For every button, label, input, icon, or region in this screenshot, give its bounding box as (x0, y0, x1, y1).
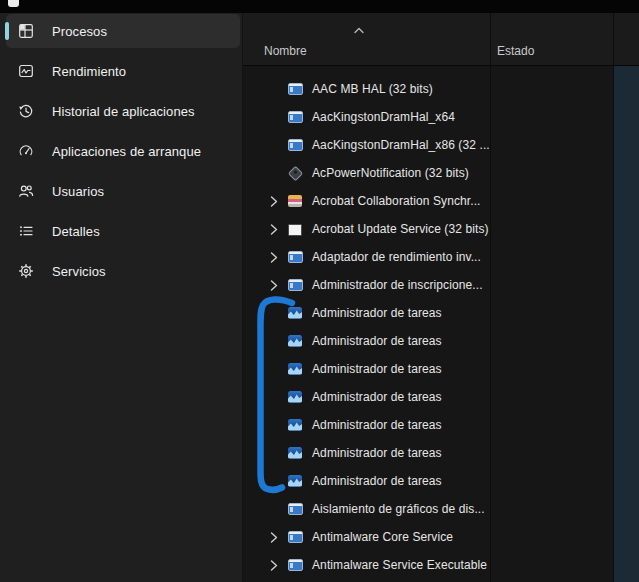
expand-chevron-icon[interactable] (267, 280, 288, 291)
default-app-icon (288, 277, 304, 293)
default-app-icon (288, 529, 304, 545)
sidebar-item-label: Detalles (52, 224, 100, 239)
task-manager-icon (288, 305, 304, 321)
sidebar-item-label: Usuarios (52, 184, 104, 199)
sort-ascending-icon (353, 20, 365, 38)
process-name: Administrador de inscripcione... (312, 278, 483, 292)
expand-chevron-icon[interactable] (267, 224, 288, 235)
column-header-estado[interactable]: Estado (497, 44, 534, 58)
process-list: AAC MB HAL (32 bits) AacKingstonDramHal_… (243, 66, 639, 582)
sidebar-item-label: Rendimiento (52, 64, 126, 79)
table-row[interactable]: Administrador de tareas (243, 299, 639, 327)
process-name: Administrador de tareas (312, 390, 442, 404)
sidebar-item-historial-de-aplicaciones[interactable]: Historial de aplicaciones (6, 94, 240, 128)
process-name: Administrador de tareas (312, 446, 442, 460)
expand-chevron-icon[interactable] (267, 168, 288, 179)
process-name: AAC MB HAL (32 bits) (312, 82, 433, 96)
startup-apps-icon (18, 143, 34, 159)
window-top-strip (0, 0, 639, 13)
expand-chevron-icon[interactable] (267, 196, 288, 207)
power-notification-icon (288, 165, 304, 181)
table-row[interactable]: Administrador de tareas (243, 439, 639, 467)
default-app-icon (288, 81, 304, 97)
column-divider[interactable] (490, 13, 491, 582)
processes-icon (18, 23, 34, 39)
process-name: Administrador de tareas (312, 334, 442, 348)
expand-chevron-icon[interactable] (267, 140, 288, 151)
process-name: Administrador de tareas (312, 418, 442, 432)
process-name: AcPowerNotification (32 bits) (312, 166, 469, 180)
navigation-sidebar: Procesos Rendimiento Historial de aplica… (0, 13, 243, 582)
table-row[interactable]: Administrador de tareas (243, 411, 639, 439)
app-history-icon (18, 103, 34, 119)
task-manager-icon (288, 333, 304, 349)
expand-chevron-icon[interactable] (267, 84, 288, 95)
sidebar-item-detalles[interactable]: Detalles (6, 214, 240, 248)
sidebar-item-usuarios[interactable]: Usuarios (6, 174, 240, 208)
services-icon (18, 263, 34, 279)
default-app-icon (288, 501, 304, 517)
table-row[interactable]: AcPowerNotification (32 bits) (243, 159, 639, 187)
table-row[interactable]: Administrador de tareas (243, 327, 639, 355)
expand-chevron-icon[interactable] (267, 532, 288, 543)
cropped-titlebar-icon (8, 0, 19, 7)
expand-chevron-icon[interactable] (267, 112, 288, 123)
process-name: Administrador de tareas (312, 362, 442, 376)
sidebar-item-label: Aplicaciones de arranque (52, 144, 201, 159)
task-manager-icon (288, 417, 304, 433)
expand-chevron-icon[interactable] (267, 392, 288, 403)
process-name: Antimalware Service Executable (312, 558, 487, 572)
expand-chevron-icon[interactable] (267, 252, 288, 263)
process-name: Acrobat Collaboration Synchr... (312, 194, 481, 208)
process-name: AacKingstonDramHal_x64 (312, 110, 455, 124)
sidebar-item-rendimiento[interactable]: Rendimiento (6, 54, 240, 88)
table-row[interactable]: Antimalware Service Executable (243, 551, 639, 579)
expand-chevron-icon[interactable] (267, 448, 288, 459)
sidebar-item-label: Procesos (52, 24, 107, 39)
table-row[interactable]: Aislamiento de gráficos de dis... (243, 495, 639, 523)
column-divider[interactable] (613, 13, 614, 582)
acrobat-collab-icon (288, 193, 304, 209)
sidebar-item-label: Servicios (52, 264, 106, 279)
users-icon (18, 183, 34, 199)
process-name: Antimalware Core Service (312, 530, 453, 544)
default-app-icon (288, 137, 304, 153)
task-manager-icon (288, 361, 304, 377)
table-header: Nombre Estado (243, 13, 639, 66)
expand-chevron-icon[interactable] (267, 336, 288, 347)
sidebar-item-aplicaciones-de-arranque[interactable]: Aplicaciones de arranque (6, 134, 240, 168)
table-row[interactable]: Acrobat Collaboration Synchr... (243, 187, 639, 215)
table-row[interactable]: AacKingstonDramHal_x64 (243, 103, 639, 131)
task-manager-window: Procesos Rendimiento Historial de aplica… (0, 0, 639, 582)
task-manager-icon (288, 389, 304, 405)
table-row[interactable]: Administrador de tareas (243, 467, 639, 495)
expand-chevron-icon[interactable] (267, 364, 288, 375)
sidebar-item-servicios[interactable]: Servicios (6, 254, 240, 288)
selected-accent-pill (5, 22, 9, 40)
process-name: Aislamiento de gráficos de dis... (312, 502, 485, 516)
process-name: Administrador de tareas (312, 306, 442, 320)
table-row[interactable]: Administrador de tareas (243, 355, 639, 383)
process-name: Adaptador de rendimiento inv... (312, 250, 481, 264)
task-manager-icon (288, 445, 304, 461)
table-row[interactable]: Administrador de inscripcione... (243, 271, 639, 299)
expand-chevron-icon[interactable] (267, 504, 288, 515)
sidebar-item-procesos[interactable]: Procesos (6, 14, 240, 48)
table-row[interactable]: Antimalware Core Service (243, 523, 639, 551)
column-header-nombre[interactable]: Nombre (264, 44, 307, 58)
expand-chevron-icon[interactable] (267, 476, 288, 487)
process-name: AacKingstonDramHal_x86 (32 ... (312, 138, 490, 152)
white-app-icon (288, 221, 304, 237)
table-row[interactable]: Administrador de tareas (243, 383, 639, 411)
process-name: Administrador de tareas (312, 474, 442, 488)
expand-chevron-icon[interactable] (267, 420, 288, 431)
sidebar-item-label: Historial de aplicaciones (52, 104, 195, 119)
expand-chevron-icon[interactable] (267, 560, 288, 571)
details-icon (18, 223, 34, 239)
table-row[interactable]: Adaptador de rendimiento inv... (243, 243, 639, 271)
table-row[interactable]: AAC MB HAL (32 bits) (243, 75, 639, 103)
expand-chevron-icon[interactable] (267, 308, 288, 319)
process-name: Acrobat Update Service (32 bits) (312, 222, 489, 236)
table-row[interactable]: AacKingstonDramHal_x86 (32 ... (243, 131, 639, 159)
table-row[interactable]: Acrobat Update Service (32 bits) (243, 215, 639, 243)
